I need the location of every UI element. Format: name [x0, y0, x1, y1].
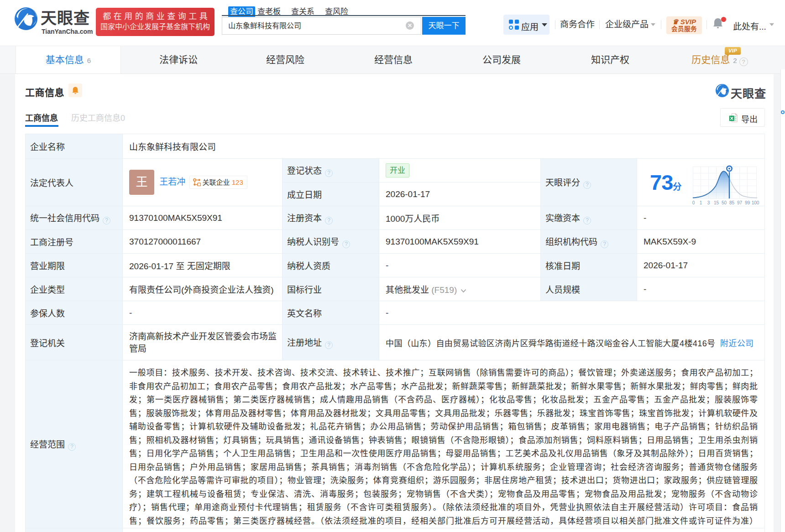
- svg-text:50: 50: [722, 200, 727, 205]
- svg-text:85: 85: [729, 200, 735, 205]
- svg-text:99: 99: [745, 200, 750, 205]
- svg-text:15: 15: [714, 200, 719, 205]
- svg-text:3: 3: [707, 200, 710, 205]
- svg-text:97: 97: [737, 200, 743, 205]
- svg-text:0: 0: [692, 200, 695, 205]
- svg-text:1: 1: [700, 200, 702, 205]
- svg-text:100: 100: [752, 200, 759, 205]
